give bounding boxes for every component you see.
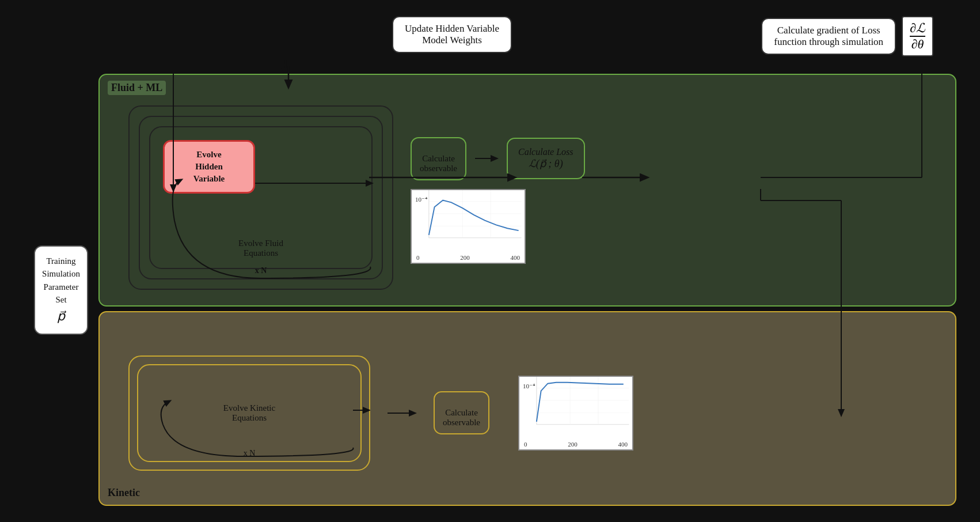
kinetic-chart-svg [519, 377, 632, 438]
calc-loss-box: Calculate Loss ℒ(p⃗ ; θ) [507, 138, 585, 179]
content-area: Training Simulation Parameter Set p⃗ Flu… [12, 74, 968, 512]
evolve-hidden-box: Evolve Hidden Variable [163, 140, 255, 194]
kinetic-calc-observable-box: Calculate observable [434, 391, 489, 434]
fluid-right-section: Calculate observable [393, 137, 944, 264]
kinetic-label: Kinetic [108, 487, 140, 499]
fluid-chart-svg [412, 190, 525, 252]
kinetic-chart-container: 10⁻⁴ [518, 376, 633, 451]
kinetic-xN-label: x N [244, 449, 256, 458]
fluid-ml-label: Fluid + ML [108, 81, 166, 95]
update-hidden-box: Update Hidden Variable Model Weights [392, 16, 512, 53]
fluid-chart: 10⁻⁴ [411, 189, 526, 264]
kinetic-panel: Kinetic Evolve Kinetic Equations x N [98, 311, 956, 506]
fluid-calc-observable-box: Calculate observable [411, 137, 466, 180]
right-panels: Fluid + ML Evolve Hidden Variable [98, 74, 956, 506]
evolve-fluid-label: Evolve Fluid Equations [238, 239, 283, 258]
training-param-box: Training Simulation Parameter Set p⃗ [34, 245, 88, 335]
partial-derivative: ∂ℒ ∂θ [902, 16, 933, 56]
top-header: Update Hidden Variable Model Weights Cal… [12, 10, 968, 74]
fluid-loop-outer: Evolve Hidden Variable Evolve Fluid Equa… [128, 105, 393, 290]
fluid-xN-label: x N [255, 266, 267, 275]
left-sidebar: Training Simulation Parameter Set p⃗ [24, 74, 98, 506]
evolve-kinetic-label: Evolve Kinetic Equations [223, 403, 275, 423]
kinetic-inner: Evolve Kinetic Equations x N [111, 321, 944, 493]
fluid-chart-container: 10⁻⁴ [411, 189, 526, 264]
arrow-obs-to-loss [475, 153, 498, 164]
fluid-ml-panel: Fluid + ML Evolve Hidden Variable [98, 74, 956, 307]
kinetic-loop-outer: Evolve Kinetic Equations x N [128, 355, 370, 471]
kinetic-chart-x-labels: 0 200 400 [519, 441, 632, 448]
fluid-observable-row: Calculate observable [411, 137, 585, 180]
fluid-inner: Evolve Hidden Variable Evolve Fluid Equa… [111, 84, 944, 294]
main-container: Update Hidden Variable Model Weights Cal… [12, 10, 968, 512]
fluid-chart-x-labels: 0 200 400 [412, 254, 525, 261]
calc-gradient-box: Calculate gradient of Loss function thro… [761, 18, 896, 55]
kinetic-chart: 10⁻⁴ [518, 376, 633, 451]
kinetic-arrow-to-obs [388, 407, 416, 419]
